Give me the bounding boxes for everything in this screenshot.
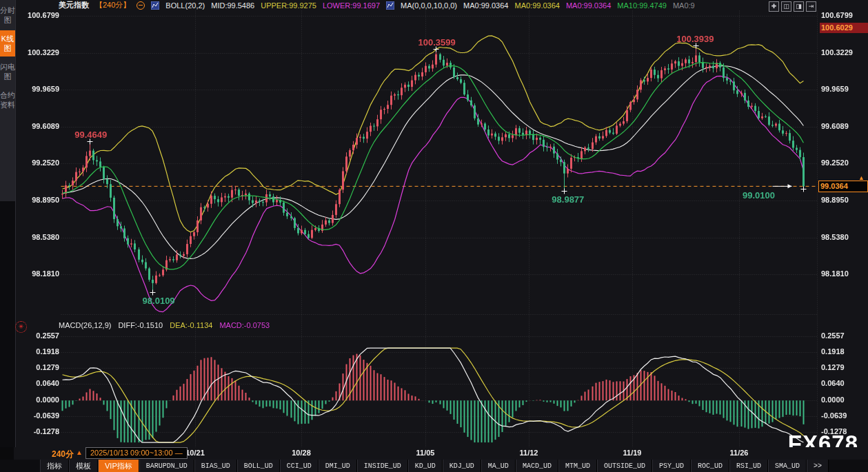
sidebar-item[interactable]: 分时图 <box>0 2 15 28</box>
indicator-chart-icon <box>386 1 394 10</box>
price-annotation: 99.4649 <box>74 130 107 140</box>
indicator-tab[interactable]: INSIDE_UD <box>357 460 408 472</box>
macd-title: MACD(26,12,9) <box>59 321 111 331</box>
indicator-tab[interactable]: MACD_UD <box>516 460 558 472</box>
boll-lower-value: LOWER:99.1697 <box>323 1 380 10</box>
axis-tick-label: 98.5380 <box>821 233 867 241</box>
macd-legend: MACD(26,12,9) DIFF:-0.1510 DEA:-0.1134 M… <box>59 321 270 331</box>
price-annotation: 98.9877 <box>552 194 584 205</box>
move-icon[interactable]: ✚ <box>769 1 779 12</box>
indicator-tab[interactable]: MTM_UD <box>558 460 597 472</box>
indicator-tab[interactable]: SMA_UD <box>768 460 807 472</box>
ma0-magenta-value: MA0:99.0364 <box>566 1 611 10</box>
axis-tick-label: 0.1279 <box>17 363 59 371</box>
sidebar-lower-panel <box>0 201 15 447</box>
symbol-title: 美元指数 <box>59 0 89 10</box>
indicator-tab[interactable]: OUTSIDE_UD <box>597 460 652 472</box>
sidebar-item[interactable]: 闪电图 <box>0 59 15 85</box>
last-price-box: 99.0364 <box>818 181 868 192</box>
indicator-chart-icon <box>151 1 159 10</box>
macd-settings-icon[interactable]: ✳ <box>15 321 27 333</box>
period-arrow-icon[interactable]: ▲ <box>76 449 83 456</box>
ma0-yellow-value: MA0:99.0364 <box>514 1 559 10</box>
axis-tick-label: 98.5380 <box>17 233 59 241</box>
axis-tick-label: 98.8950 <box>17 196 59 204</box>
indicator-tab[interactable]: CCI_UD <box>280 460 319 472</box>
axis-tick-label: -0.1278 <box>17 427 59 435</box>
indicator-tab[interactable]: PSY_UD <box>652 460 691 472</box>
axis-tick-label: 98.8950 <box>821 196 867 204</box>
sidebar-item[interactable]: K线图 <box>0 30 15 57</box>
minus-circle-icon[interactable] <box>137 1 145 10</box>
ma0-gray-value: MA0:9 <box>673 1 695 10</box>
scale-left-icon[interactable]: ◫ <box>781 1 791 12</box>
ma-title: MA(0,0,0,10,0,0) <box>401 1 457 10</box>
scale-right-icon[interactable]: ◨ <box>794 1 804 12</box>
indicator-tab[interactable]: DMI_UD <box>319 460 357 472</box>
axis-tick-label: 0.0640 <box>17 379 59 387</box>
indicator-tab[interactable]: ROC_UD <box>691 460 729 472</box>
axis-tick-label: 99.6089 <box>821 122 867 130</box>
axis-tick-label: 99.9659 <box>17 85 59 93</box>
axis-tick-label: 99.6089 <box>17 122 59 130</box>
price-annotation: 100.3599 <box>418 37 455 48</box>
x-axis-date: 11/19 <box>612 449 653 457</box>
axis-tick-label: 0.1279 <box>821 363 867 371</box>
period-selector[interactable]: 240分 <box>52 449 74 460</box>
macd-diff-value: DIFF:-0.1510 <box>118 321 163 331</box>
indicator-tab[interactable]: >> <box>807 460 829 472</box>
axis-tick-label: 0.0000 <box>17 396 59 404</box>
price-annotation: 99.0100 <box>743 190 775 201</box>
x-axis-date: 11/26 <box>718 449 760 457</box>
x-axis-date: 11/05 <box>405 449 446 457</box>
go-latest-icon[interactable]: ⇥ <box>806 1 816 12</box>
sidebar-item[interactable]: 合约资料 <box>0 87 15 113</box>
ma0-white-value: MA0:99.0364 <box>463 1 508 10</box>
indicator-tabbar: 指标模板VIP指标BARUPDN_UDBIAS_UDBOLL_UDCCI_UDD… <box>0 460 868 472</box>
axis-tick-label: 0.1918 <box>17 347 59 356</box>
axis-tick-label: 0.2557 <box>17 331 59 340</box>
ma10-value: MA10:99.4749 <box>617 1 667 10</box>
chart-canvas[interactable] <box>15 10 868 448</box>
axis-tick-label: 99.9659 <box>821 85 867 93</box>
indicator-tab[interactable]: VIP指标 <box>98 460 139 472</box>
indicator-tab[interactable]: MA_UD <box>481 460 516 472</box>
alert-price-box: 100.6029 <box>820 23 868 33</box>
x-axis-date: 11/12 <box>508 449 549 457</box>
axis-tick-label: 0.1918 <box>821 347 867 356</box>
axis-tick-label: 98.1810 <box>821 269 867 278</box>
x-axis-date: 10/28 <box>281 449 322 457</box>
axis-tick-label: -0.0639 <box>17 411 59 420</box>
boll-title: BOLL(20,2) <box>165 1 205 10</box>
price-annotation: 98.0109 <box>143 296 175 306</box>
scroll-latest-icon[interactable]: ▲ <box>858 174 865 181</box>
axis-tick-label: 0.2557 <box>821 331 867 340</box>
axis-tick-label: 98.1810 <box>17 269 59 278</box>
indicator-tab[interactable]: BOLL_UD <box>237 460 280 472</box>
macd-hist-value: MACD:-0.0753 <box>219 321 270 331</box>
axis-tick-label: 0.0000 <box>821 396 867 404</box>
axis-tick-label: -0.0639 <box>821 411 867 420</box>
period-badge[interactable]: 【240分】 <box>95 0 130 10</box>
axis-tick-label: 100.3229 <box>17 48 59 57</box>
indicator-tab[interactable]: BARUPDN_UD <box>139 460 194 472</box>
indicator-tab[interactable]: RSI_UD <box>729 460 768 472</box>
axis-tick-label: 100.3229 <box>821 48 867 57</box>
axis-tick-label: 99.2520 <box>821 158 867 167</box>
indicator-tab[interactable]: 模板 <box>69 460 98 472</box>
boll-upper-value: UPPER:99.9275 <box>261 1 316 10</box>
indicator-tab[interactable]: KD_UD <box>408 460 443 472</box>
indicator-tab[interactable]: BIAS_UD <box>194 460 237 472</box>
boll-mid-value: MID:99.5486 <box>211 1 254 10</box>
axis-tick-label: 100.6799 <box>821 11 867 19</box>
indicator-tab[interactable]: 指标 <box>40 460 69 472</box>
date-range-box: 2025/10/13 09:00~13:00 — <box>85 447 188 459</box>
macd-dea-value: DEA:-0.1134 <box>170 321 212 331</box>
chart-toolbar: ✚◫◨⇥ <box>769 1 816 12</box>
main-legend: 美元指数 【240分】 BOLL(20,2) MID:99.5486 UPPER… <box>59 0 695 10</box>
axis-tick-label: 0.0640 <box>821 379 867 387</box>
price-annotation: 100.3939 <box>676 34 714 44</box>
indicator-tab[interactable]: KDJ_UD <box>443 460 481 472</box>
chart-app: 分时图K线图闪电图合约资料 美元指数 【240分】 BOLL(20,2) MID… <box>0 0 868 472</box>
axis-tick-label: 100.6799 <box>17 11 59 19</box>
